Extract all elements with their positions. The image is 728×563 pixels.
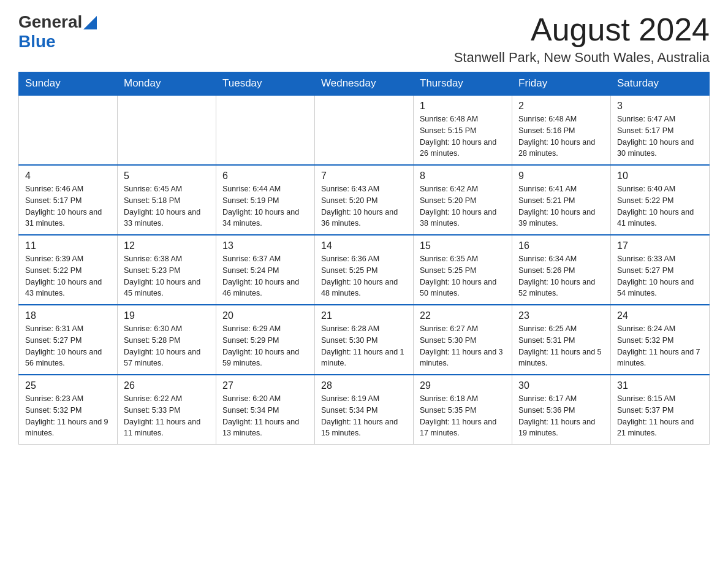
day-number: 17: [617, 240, 703, 251]
calendar-header-sunday: Sunday: [19, 72, 118, 96]
calendar-header-wednesday: Wednesday: [315, 72, 414, 96]
calendar-cell: 4Sunrise: 6:46 AM Sunset: 5:17 PM Daylig…: [19, 165, 118, 235]
day-number: 12: [124, 240, 210, 251]
calendar-cell: 16Sunrise: 6:34 AM Sunset: 5:26 PM Dayli…: [512, 235, 611, 305]
day-info: Sunrise: 6:46 AM Sunset: 5:17 PM Dayligh…: [25, 183, 111, 229]
calendar-cell: 15Sunrise: 6:35 AM Sunset: 5:25 PM Dayli…: [414, 235, 512, 305]
day-info: Sunrise: 6:23 AM Sunset: 5:32 PM Dayligh…: [25, 393, 111, 439]
calendar-table: SundayMondayTuesdayWednesdayThursdayFrid…: [18, 72, 710, 445]
calendar-cell: 22Sunrise: 6:27 AM Sunset: 5:30 PM Dayli…: [414, 305, 512, 375]
location-title: Stanwell Park, New South Wales, Australi…: [454, 50, 710, 66]
day-info: Sunrise: 6:25 AM Sunset: 5:31 PM Dayligh…: [518, 323, 604, 369]
calendar-cell: 17Sunrise: 6:33 AM Sunset: 5:27 PM Dayli…: [611, 235, 710, 305]
calendar-cell: 27Sunrise: 6:20 AM Sunset: 5:34 PM Dayli…: [216, 375, 315, 445]
svg-marker-0: [83, 16, 97, 29]
day-number: 25: [25, 380, 111, 391]
day-number: 24: [617, 310, 703, 321]
calendar-cell: [315, 95, 414, 165]
calendar-cell: 19Sunrise: 6:30 AM Sunset: 5:28 PM Dayli…: [118, 305, 216, 375]
day-info: Sunrise: 6:18 AM Sunset: 5:35 PM Dayligh…: [420, 393, 506, 439]
day-info: Sunrise: 6:34 AM Sunset: 5:26 PM Dayligh…: [518, 253, 604, 299]
calendar-cell: 5Sunrise: 6:45 AM Sunset: 5:18 PM Daylig…: [118, 165, 216, 235]
day-info: Sunrise: 6:44 AM Sunset: 5:19 PM Dayligh…: [222, 183, 308, 229]
title-block: August 2024 Stanwell Park, New South Wal…: [454, 12, 710, 66]
day-number: 21: [321, 310, 407, 321]
week-row-4: 18Sunrise: 6:31 AM Sunset: 5:27 PM Dayli…: [19, 305, 710, 375]
day-number: 13: [222, 240, 308, 251]
calendar-cell: 20Sunrise: 6:29 AM Sunset: 5:29 PM Dayli…: [216, 305, 315, 375]
day-number: 18: [25, 310, 111, 321]
calendar-cell: 18Sunrise: 6:31 AM Sunset: 5:27 PM Dayli…: [19, 305, 118, 375]
calendar-cell: 25Sunrise: 6:23 AM Sunset: 5:32 PM Dayli…: [19, 375, 118, 445]
calendar-cell: 29Sunrise: 6:18 AM Sunset: 5:35 PM Dayli…: [414, 375, 512, 445]
day-number: 23: [518, 310, 604, 321]
day-number: 28: [321, 380, 407, 391]
day-info: Sunrise: 6:27 AM Sunset: 5:30 PM Dayligh…: [420, 323, 506, 369]
calendar-cell: 9Sunrise: 6:41 AM Sunset: 5:21 PM Daylig…: [512, 165, 611, 235]
day-info: Sunrise: 6:40 AM Sunset: 5:22 PM Dayligh…: [617, 183, 703, 229]
calendar-header-tuesday: Tuesday: [216, 72, 315, 96]
day-info: Sunrise: 6:29 AM Sunset: 5:29 PM Dayligh…: [222, 323, 308, 369]
day-info: Sunrise: 6:36 AM Sunset: 5:25 PM Dayligh…: [321, 253, 407, 299]
calendar-cell: 11Sunrise: 6:39 AM Sunset: 5:22 PM Dayli…: [19, 235, 118, 305]
day-number: 29: [420, 380, 506, 391]
calendar-header-saturday: Saturday: [611, 72, 710, 96]
calendar-cell: 12Sunrise: 6:38 AM Sunset: 5:23 PM Dayli…: [118, 235, 216, 305]
calendar-cell: 6Sunrise: 6:44 AM Sunset: 5:19 PM Daylig…: [216, 165, 315, 235]
calendar-header-row: SundayMondayTuesdayWednesdayThursdayFrid…: [19, 72, 710, 96]
calendar-cell: 13Sunrise: 6:37 AM Sunset: 5:24 PM Dayli…: [216, 235, 315, 305]
day-number: 6: [222, 170, 308, 182]
day-number: 1: [420, 101, 506, 112]
day-info: Sunrise: 6:30 AM Sunset: 5:28 PM Dayligh…: [124, 323, 210, 369]
day-info: Sunrise: 6:47 AM Sunset: 5:17 PM Dayligh…: [617, 113, 703, 159]
calendar-cell: [118, 95, 216, 165]
day-number: 31: [617, 380, 703, 391]
day-number: 10: [617, 170, 703, 182]
calendar-cell: 31Sunrise: 6:15 AM Sunset: 5:37 PM Dayli…: [611, 375, 710, 445]
day-info: Sunrise: 6:28 AM Sunset: 5:30 PM Dayligh…: [321, 323, 407, 369]
day-number: 22: [420, 310, 506, 321]
day-info: Sunrise: 6:33 AM Sunset: 5:27 PM Dayligh…: [617, 253, 703, 299]
logo-blue: Blue: [18, 32, 56, 52]
calendar-cell: 14Sunrise: 6:36 AM Sunset: 5:25 PM Dayli…: [315, 235, 414, 305]
week-row-3: 11Sunrise: 6:39 AM Sunset: 5:22 PM Dayli…: [19, 235, 710, 305]
day-info: Sunrise: 6:45 AM Sunset: 5:18 PM Dayligh…: [124, 183, 210, 229]
month-title: August 2024: [454, 12, 710, 47]
calendar-cell: 3Sunrise: 6:47 AM Sunset: 5:17 PM Daylig…: [611, 95, 710, 165]
day-number: 26: [124, 380, 210, 391]
day-info: Sunrise: 6:15 AM Sunset: 5:37 PM Dayligh…: [617, 393, 703, 439]
day-number: 15: [420, 240, 506, 251]
page-header: General Blue August 2024 Stanwell Park, …: [18, 12, 710, 66]
day-number: 30: [518, 380, 604, 391]
calendar-header-friday: Friday: [512, 72, 611, 96]
day-info: Sunrise: 6:22 AM Sunset: 5:33 PM Dayligh…: [124, 393, 210, 439]
logo: General Blue: [18, 12, 97, 52]
day-info: Sunrise: 6:17 AM Sunset: 5:36 PM Dayligh…: [518, 393, 604, 439]
calendar-cell: [19, 95, 118, 165]
day-number: 27: [222, 380, 308, 391]
calendar-cell: 1Sunrise: 6:48 AM Sunset: 5:15 PM Daylig…: [414, 95, 512, 165]
day-number: 14: [321, 240, 407, 251]
day-number: 9: [518, 170, 604, 182]
day-number: 5: [124, 170, 210, 182]
day-number: 2: [518, 101, 604, 112]
day-number: 7: [321, 170, 407, 182]
day-number: 16: [518, 240, 604, 251]
logo-general: General: [18, 12, 82, 32]
day-info: Sunrise: 6:35 AM Sunset: 5:25 PM Dayligh…: [420, 253, 506, 299]
calendar-cell: 10Sunrise: 6:40 AM Sunset: 5:22 PM Dayli…: [611, 165, 710, 235]
day-number: 3: [617, 101, 703, 112]
day-info: Sunrise: 6:38 AM Sunset: 5:23 PM Dayligh…: [124, 253, 210, 299]
calendar-cell: 30Sunrise: 6:17 AM Sunset: 5:36 PM Dayli…: [512, 375, 611, 445]
calendar-cell: 24Sunrise: 6:24 AM Sunset: 5:32 PM Dayli…: [611, 305, 710, 375]
calendar-cell: 28Sunrise: 6:19 AM Sunset: 5:34 PM Dayli…: [315, 375, 414, 445]
calendar-cell: 7Sunrise: 6:43 AM Sunset: 5:20 PM Daylig…: [315, 165, 414, 235]
day-info: Sunrise: 6:41 AM Sunset: 5:21 PM Dayligh…: [518, 183, 604, 229]
calendar-cell: 26Sunrise: 6:22 AM Sunset: 5:33 PM Dayli…: [118, 375, 216, 445]
day-info: Sunrise: 6:37 AM Sunset: 5:24 PM Dayligh…: [222, 253, 308, 299]
day-info: Sunrise: 6:48 AM Sunset: 5:15 PM Dayligh…: [420, 113, 506, 159]
day-info: Sunrise: 6:48 AM Sunset: 5:16 PM Dayligh…: [518, 113, 604, 159]
week-row-1: 1Sunrise: 6:48 AM Sunset: 5:15 PM Daylig…: [19, 95, 710, 165]
calendar-cell: 2Sunrise: 6:48 AM Sunset: 5:16 PM Daylig…: [512, 95, 611, 165]
day-number: 4: [25, 170, 111, 182]
